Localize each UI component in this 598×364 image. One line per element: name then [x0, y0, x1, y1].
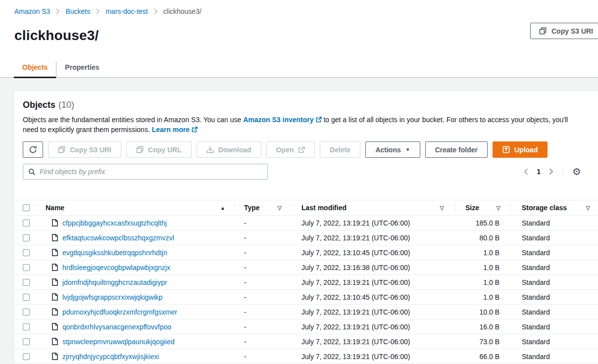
page-number[interactable]: 1 [537, 168, 541, 176]
object-type: - [234, 338, 294, 346]
sort-ascending-icon[interactable]: ▲ [220, 205, 225, 211]
row-checkbox[interactable] [23, 279, 30, 286]
header-checkbox-cell [14, 204, 38, 211]
refresh-button[interactable] [23, 141, 43, 158]
breadcrumb-current-folder: clickhouse3/ [163, 7, 201, 15]
column-header-name[interactable]: Name ▲ [38, 200, 234, 215]
object-size: 73.0 B [455, 338, 510, 346]
table-row: jdomfndjhquiltmgghcnzautadigiypr - July … [14, 275, 598, 290]
learn-more-link[interactable]: Learn more [152, 126, 198, 134]
sort-icon[interactable]: ▽ [497, 205, 500, 211]
object-name-link[interactable]: pdumoxyhjcdfuoqkrzxmfcrgmfgsxmer [62, 308, 177, 316]
header-copy-s3-uri-button[interactable]: Copy S3 URI [530, 23, 598, 39]
objects-panel: Objects(10) Objects are the fundamental … [14, 91, 598, 364]
row-checkbox[interactable] [23, 220, 30, 227]
open-button[interactable]: Open [266, 141, 315, 158]
divider [563, 165, 563, 178]
table-row: hrdlsleegjoqevcogbpwlapwbjxgnzjx - July … [14, 260, 598, 275]
copy-icon [136, 146, 144, 153]
column-header-last-modified[interactable]: Last modified ▽ [294, 200, 455, 215]
object-name-link[interactable]: evgtlqusgiksshkubetrqqpshnrhdtjn [62, 249, 167, 257]
file-icon [51, 308, 58, 316]
copy-icon [539, 27, 547, 35]
breadcrumb-chevron-icon [96, 8, 100, 15]
table-row: zjrryqhdnjycypcqbtfxyxwjisjkiexi - July … [14, 349, 598, 364]
object-last-modified: July 7, 2022, 13:19:21 (UTC-06:00) [294, 338, 455, 346]
create-folder-button[interactable]: Create folder [425, 141, 488, 158]
search-input[interactable] [40, 168, 262, 176]
object-last-modified: July 7, 2022, 13:16:38 (UTC-06:00) [294, 264, 455, 272]
column-header-type[interactable]: Type ▽ [234, 200, 294, 215]
table-row: evgtlqusgiksshkubetrqqpshnrhdtjn - July … [14, 245, 598, 260]
column-header-size[interactable]: Size ▽ [455, 200, 510, 215]
table-body: cfppcjbbggayhcxcasfxsugtzhcqlthj - July … [14, 216, 598, 364]
row-checkbox[interactable] [23, 338, 30, 345]
row-checkbox[interactable] [23, 323, 30, 330]
object-storage-class: Standard [510, 338, 598, 346]
object-size: 16.0 B [455, 323, 510, 331]
object-type: - [234, 293, 294, 301]
page-title: clickhouse3/ [14, 28, 598, 44]
object-storage-class: Standard [510, 293, 598, 301]
object-type: - [234, 353, 294, 361]
delete-button[interactable]: Delete [320, 141, 360, 158]
row-checkbox[interactable] [23, 264, 30, 271]
object-name-link[interactable]: zjrryqhdnjycypcqbtfxyxwjisjkiexi [62, 353, 159, 361]
sort-icon[interactable]: ▽ [278, 205, 282, 211]
object-name-link[interactable]: jdomfndjhquiltmgghcnzautadigiypr [62, 278, 167, 286]
object-storage-class: Standard [510, 249, 598, 257]
breadcrumb-amazon-s3[interactable]: Amazon S3 [14, 7, 50, 15]
amazon-s3-inventory-link[interactable]: Amazon S3 inventory [243, 116, 321, 124]
file-icon [51, 323, 58, 330]
actions-dropdown-button[interactable]: Actions ▼ [365, 141, 420, 158]
breadcrumb-chevron-icon [55, 8, 60, 15]
row-checkbox[interactable] [23, 309, 30, 316]
object-name-link[interactable]: hrdlsleegjoqevcogbpwlapwbjxgnzjx [62, 264, 170, 272]
object-name-link[interactable]: stpnwcleepmvruwwqlpaunukjqogiied [62, 338, 174, 346]
tabs: Objects Properties [0, 61, 598, 78]
sort-icon[interactable]: ▽ [586, 205, 590, 211]
upload-button[interactable]: Upload [493, 141, 548, 158]
object-last-modified: July 7, 2022, 13:19:21 (UTC-06:00) [294, 234, 455, 242]
object-name-link[interactable]: efktaqtucswkcowpclbsszhqxgzmvzvl [62, 234, 174, 242]
breadcrumb-buckets[interactable]: Buckets [65, 7, 90, 15]
download-button[interactable]: Download [197, 141, 261, 158]
table-row: stpnwcleepmvruwwqlpaunukjqogiied - July … [14, 334, 598, 349]
tab-objects[interactable]: Objects [14, 61, 56, 77]
breadcrumb-bucket-name[interactable]: mars-doc-test [105, 7, 148, 15]
object-last-modified: July 7, 2022, 13:10:45 (UTC-06:00) [294, 249, 455, 257]
object-name-link[interactable]: lvjdjgojwfsgrappscrxixwjqkigwikp [62, 293, 162, 301]
object-storage-class: Standard [510, 264, 598, 272]
search-box [23, 164, 268, 180]
chevron-left-icon[interactable] [523, 168, 529, 176]
content-area: Objects(10) Objects are the fundamental … [0, 78, 598, 364]
object-last-modified: July 7, 2022, 13:10:45 (UTC-06:00) [294, 293, 455, 301]
chevron-right-icon[interactable] [548, 168, 554, 176]
object-name-link[interactable]: cfppcjbbggayhcxcasfxsugtzhcqlthj [62, 219, 167, 227]
copy-s3-uri-button[interactable]: Copy S3 URI [48, 141, 121, 158]
object-size: 80.0 B [455, 234, 510, 242]
object-name-link[interactable]: qonbrdxrhlvysanacgenexpffovvfpoo [62, 323, 171, 331]
objects-panel-title: Objects(10) [23, 100, 588, 110]
object-size: 1.0 B [455, 278, 510, 286]
column-header-storage-class[interactable]: Storage class ▽ [510, 200, 598, 215]
object-type: - [234, 264, 294, 272]
row-checkbox[interactable] [23, 294, 30, 301]
file-icon [51, 353, 58, 360]
object-size: 185.0 B [455, 219, 510, 227]
tab-properties[interactable]: Properties [56, 61, 107, 77]
breadcrumb-chevron-icon [153, 8, 158, 15]
gear-icon[interactable]: ⚙ [572, 167, 581, 177]
row-checkbox[interactable] [23, 249, 30, 256]
refresh-icon [29, 145, 37, 154]
object-size: 1.0 B [455, 293, 510, 301]
sort-icon[interactable]: ▽ [440, 205, 444, 211]
select-all-checkbox[interactable] [23, 204, 30, 211]
upload-icon [502, 146, 510, 153]
object-last-modified: July 7, 2022, 13:19:21 (UTC-06:00) [294, 353, 455, 361]
table-row: qonbrdxrhlvysanacgenexpffovvfpoo - July … [14, 319, 598, 334]
object-size: 1.0 B [455, 264, 510, 272]
row-checkbox[interactable] [23, 353, 30, 360]
row-checkbox[interactable] [23, 234, 30, 241]
copy-url-button[interactable]: Copy URL [126, 141, 192, 158]
